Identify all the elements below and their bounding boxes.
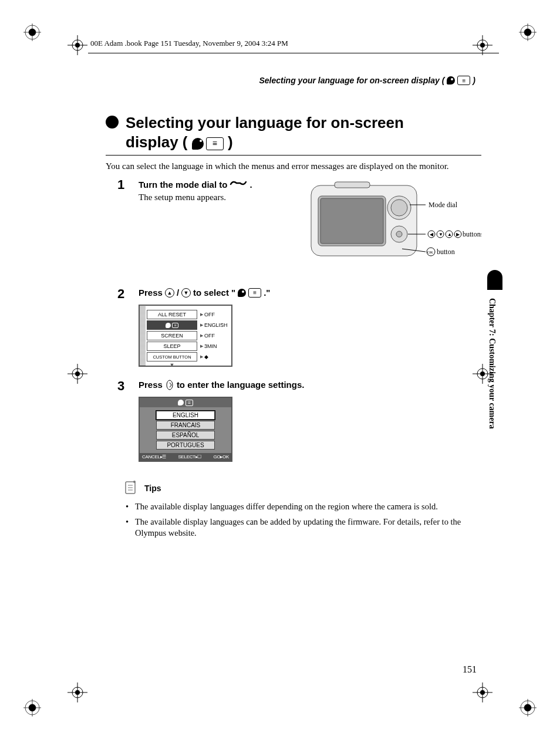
step-1: 1 Turn the mode dial to . The setup menu…: [117, 178, 481, 275]
heading-line1: Selecting your language for on-screen: [126, 113, 481, 133]
menu-row-value: ENGLISH: [198, 320, 231, 330]
svg-point-48: [391, 200, 407, 216]
menu-row-label: SLEEP: [147, 342, 197, 351]
chapter-side-tab: Chapter 7: Customizing your camera: [487, 270, 502, 429]
svg-text:◀: ◀: [430, 232, 434, 237]
language-option-selected: ENGLISH: [156, 411, 215, 420]
tip-item: The available display languages can be a…: [135, 516, 481, 539]
step-number: 2: [117, 288, 130, 367]
tips-label: Tips: [144, 484, 161, 493]
step1-desc: The setup menu appears.: [139, 192, 294, 202]
crop-mark-icon: [23, 23, 41, 41]
step2-title-mid: /: [177, 288, 179, 298]
step1-title-before: Turn the mode dial to: [139, 180, 227, 190]
tips-note-icon: [123, 479, 139, 496]
running-head-close: ): [473, 76, 475, 85]
running-head-text: Selecting your language for on-screen di…: [259, 76, 444, 85]
svg-text:▶: ▶: [456, 232, 460, 237]
svg-text:▼: ▼: [438, 232, 443, 237]
assign-icon: ◆: [204, 354, 208, 360]
svg-point-9: [524, 29, 531, 36]
menu-row-label: CUSTOM BUTTON: [147, 352, 197, 361]
menu-row-label-selected: ≡: [147, 320, 197, 330]
svg-rect-46: [321, 198, 383, 244]
step-3: 3 Press to enter the language settings. …: [117, 380, 481, 462]
menu-row-value: OFF: [198, 309, 231, 320]
language-option: FRANCAIS: [156, 421, 215, 430]
step2-title-close: .": [264, 288, 270, 298]
heading-rule: [106, 155, 481, 156]
up-arrow-button-icon: ▲: [165, 288, 174, 298]
print-header: 00E Adam .book Page 151 Tuesday, Novembe…: [88, 35, 499, 53]
menu-row-value: 3MIN: [198, 341, 231, 352]
intro-paragraph: You can select the language in which the…: [106, 161, 481, 171]
menu-row-value: ◆: [198, 352, 231, 362]
svg-point-4: [29, 29, 36, 36]
footer-cancel: CANCEL▸☰: [142, 454, 166, 459]
language-menu-screenshot: ≡ ENGLISH FRANCAIS ESPAÑOL PORTUGUES CAN…: [139, 397, 232, 462]
page-number: 151: [463, 664, 477, 675]
step-number: 1: [117, 178, 130, 275]
setup-menu-screenshot: ALL RESETOFF ≡ENGLISH SCREENOFF SLEEP3MI…: [139, 305, 232, 367]
speech-bubble-icon: [238, 289, 246, 297]
running-head: Selecting your language for on-screen di…: [88, 76, 499, 85]
svg-point-19: [524, 704, 531, 711]
step3-title-after: to enter the language settings.: [177, 380, 305, 390]
registration-mark-icon: [68, 364, 87, 386]
svg-point-14: [29, 704, 36, 711]
menu-list-icon: ≡: [457, 76, 470, 85]
heading-line2-prefix: display (: [126, 133, 187, 151]
step-number: 3: [117, 380, 130, 462]
svg-text:OK: OK: [427, 250, 433, 255]
menu-row-label: ALL RESET: [147, 310, 197, 319]
svg-point-23: [75, 43, 80, 48]
page-heading: Selecting your language for on-screen di…: [106, 113, 481, 151]
language-option: ESPAÑOL: [156, 431, 215, 440]
ok-button-callout: button: [437, 248, 455, 256]
step3-title-before: Press: [139, 380, 163, 390]
speech-bubble-icon: [178, 400, 184, 406]
svg-point-70: [133, 481, 136, 483]
language-menu-footer: CANCEL▸☰ SELECT▸☐ GO▸OK: [140, 453, 231, 461]
svg-rect-51: [335, 182, 370, 188]
svg-point-39: [75, 690, 80, 695]
registration-mark-icon: [68, 35, 87, 58]
menu-list-icon: ≡: [248, 288, 261, 298]
page-content: 00E Adam .book Page 151 Tuesday, Novembe…: [88, 35, 499, 692]
setup-mode-icon: [230, 178, 247, 190]
crop-mark-icon: [519, 699, 537, 717]
menu-list-icon: ≡: [206, 137, 224, 150]
arrow-buttons-callout: buttons: [463, 230, 481, 238]
step-2: 2 Press ▲ / ▼ to select " ≡ ." ALL RESET…: [117, 288, 481, 367]
svg-point-31: [75, 371, 80, 376]
step1-title-after: .: [249, 180, 252, 190]
right-arrow-button-icon: [165, 380, 174, 390]
registration-mark-icon: [68, 682, 87, 705]
mode-dial-callout: Mode dial: [429, 201, 458, 209]
crop-mark-icon: [23, 699, 41, 717]
menu-row-value: OFF: [198, 330, 231, 341]
speech-bubble-icon: [166, 323, 171, 328]
footer-go: GO▸OK: [213, 454, 229, 459]
speech-bubble-icon: [192, 138, 204, 150]
tips-section: Tips The available display languages dif…: [123, 479, 481, 539]
crop-mark-icon: [519, 23, 537, 41]
camera-illustration: Mode dial ◀ ▼ ▲ ▶ buttons OK button: [305, 178, 481, 275]
language-menu-header: ≡: [140, 398, 231, 407]
heading-line2-suffix: ): [228, 133, 233, 151]
down-arrow-button-icon: ▼: [181, 288, 191, 298]
svg-point-50: [396, 231, 402, 237]
side-tab-text: Chapter 7: Customizing your camera: [487, 290, 497, 429]
svg-text:▲: ▲: [447, 232, 452, 237]
language-option: PORTUGUES: [156, 441, 215, 450]
footer-select: SELECT▸☐: [178, 454, 201, 459]
tip-item: The available display languages differ d…: [135, 501, 481, 513]
side-tab-cap-icon: [487, 270, 502, 290]
menu-row-label: SCREEN: [147, 331, 197, 340]
step2-title-after: to select ": [193, 288, 235, 298]
speech-bubble-icon: [447, 76, 455, 85]
heading-bullet-icon: [106, 116, 119, 129]
step2-title-before: Press: [139, 288, 163, 298]
